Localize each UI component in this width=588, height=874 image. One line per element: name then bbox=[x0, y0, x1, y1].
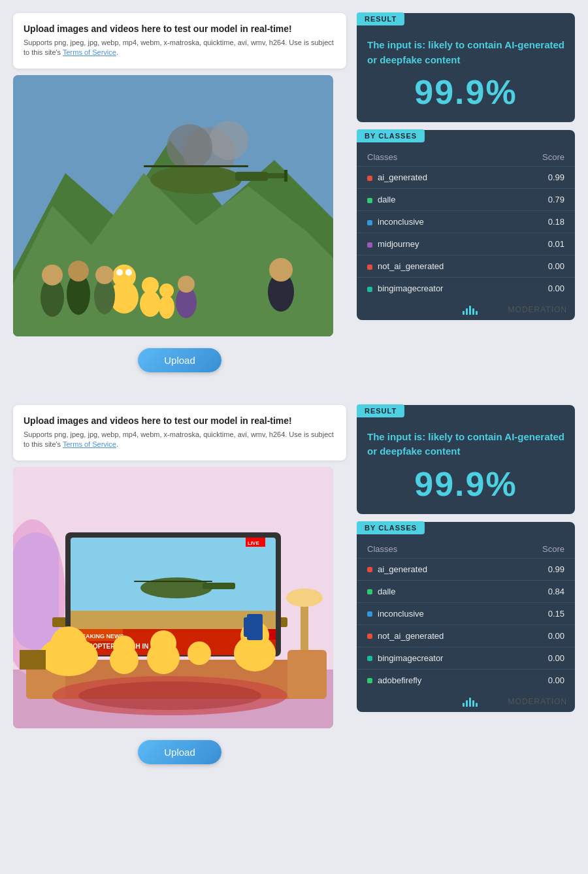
svg-rect-10 bbox=[284, 170, 287, 182]
upload-btn-container-2: Upload bbox=[13, 740, 346, 764]
table-row: not_ai_generated0.00 bbox=[357, 624, 575, 647]
svg-point-26 bbox=[178, 276, 195, 293]
class-score-cell: 0.01 bbox=[508, 233, 575, 255]
svg-rect-33 bbox=[13, 532, 59, 650]
table-row: adobefirefly0.00 bbox=[357, 669, 575, 691]
terms-link-2[interactable]: Terms of Service bbox=[63, 440, 116, 448]
table-row: bingimagecreator0.00 bbox=[357, 278, 575, 300]
class-name-cell: not_ai_generated bbox=[357, 255, 508, 278]
class-score-cell: 0.00 bbox=[508, 669, 575, 691]
hive-bars-icon bbox=[463, 304, 478, 315]
classes-box-2: BY CLASSES Classes Score ai_generated0.9… bbox=[357, 522, 575, 712]
class-color-dot bbox=[367, 634, 372, 639]
class-score-cell: 0.99 bbox=[508, 167, 575, 189]
svg-point-15 bbox=[140, 291, 161, 317]
svg-point-64 bbox=[188, 641, 211, 665]
table-row: ai_generated0.99 bbox=[357, 167, 575, 189]
col-classes-header-2: Classes bbox=[357, 540, 508, 558]
table-row: midjourney0.01 bbox=[357, 233, 575, 255]
classes-table-1: Classes Score ai_generated0.99dalle0.79i… bbox=[357, 148, 575, 299]
class-name-label: not_ai_generated bbox=[378, 261, 444, 271]
class-name-cell: bingimagecreator bbox=[357, 278, 508, 300]
svg-point-20 bbox=[42, 265, 63, 285]
uploaded-image-2: BREAKING NEWS HELICOPTER CRASH IN IRAN C… bbox=[13, 467, 333, 728]
class-name-label: bingimagecreator bbox=[378, 283, 443, 293]
class-score-cell: 0.00 bbox=[508, 255, 575, 278]
svg-point-28 bbox=[269, 258, 293, 282]
svg-point-39 bbox=[140, 577, 212, 598]
class-color-dot bbox=[367, 656, 372, 661]
class-name-cell: dalle bbox=[357, 580, 508, 602]
hive-moderation-1: MODERATION bbox=[508, 305, 567, 314]
left-col-2: Upload images and videos here to test ou… bbox=[13, 405, 346, 764]
class-name-label: ai_generated bbox=[378, 564, 427, 574]
upload-subtitle-2: Supports png, jpeg, jpg, webp, mp4, webm… bbox=[24, 430, 336, 450]
upload-btn-container-1: Upload bbox=[13, 348, 346, 372]
svg-point-16 bbox=[142, 277, 159, 294]
svg-point-24 bbox=[95, 266, 114, 284]
class-color-dot bbox=[367, 220, 372, 225]
svg-rect-41 bbox=[134, 581, 212, 582]
class-color-dot bbox=[367, 589, 372, 594]
svg-point-12 bbox=[112, 265, 136, 288]
class-name-cell: bingimagecreator bbox=[357, 647, 508, 669]
classes-table-2: Classes Score ai_generated0.99dalle0.84i… bbox=[357, 540, 575, 691]
class-name-label: dalle bbox=[378, 195, 395, 204]
hive-logo-1: HIVE MODERATION bbox=[463, 304, 567, 315]
class-name-cell: inconclusive bbox=[357, 602, 508, 624]
class-color-dot bbox=[367, 287, 372, 292]
class-name-cell: ai_generated bbox=[357, 167, 508, 189]
upload-button-2[interactable]: Upload bbox=[138, 740, 221, 764]
result-box-1: RESULT The input is: likely to contain A… bbox=[357, 13, 575, 122]
class-name-cell: midjourney bbox=[357, 233, 508, 255]
class-color-dot bbox=[367, 265, 372, 270]
right-col-2: RESULT The input is: likely to contain A… bbox=[357, 405, 575, 764]
class-color-dot bbox=[367, 176, 372, 181]
svg-point-6 bbox=[150, 165, 242, 194]
terms-link-1[interactable]: Terms of Service bbox=[63, 48, 116, 56]
classes-tag-1: BY CLASSES bbox=[357, 129, 425, 142]
panel-1: Upload images and videos here to test ou… bbox=[0, 0, 588, 385]
class-name-label: midjourney bbox=[378, 239, 419, 249]
class-score-cell: 0.79 bbox=[508, 189, 575, 211]
table-row: dalle0.79 bbox=[357, 189, 575, 211]
svg-point-13 bbox=[116, 269, 123, 276]
class-color-dot bbox=[367, 611, 372, 617]
upload-box-2: Upload images and videos here to test ou… bbox=[13, 405, 346, 461]
upload-title-1: Upload images and videos here to test ou… bbox=[24, 24, 336, 34]
result-percent-2: 99.9% bbox=[367, 464, 564, 504]
svg-rect-52 bbox=[287, 650, 327, 699]
svg-point-63 bbox=[113, 636, 135, 658]
class-score-cell: 0.00 bbox=[508, 647, 575, 669]
hive-logo-2: HIVE MODERATION bbox=[463, 696, 567, 707]
table-row: dalle0.84 bbox=[357, 580, 575, 602]
class-score-cell: 0.18 bbox=[508, 211, 575, 233]
classes-box-1: BY CLASSES Classes Score ai_generated0.9… bbox=[357, 130, 575, 320]
class-name-cell: not_ai_generated bbox=[357, 624, 508, 647]
table-row: inconclusive0.18 bbox=[357, 211, 575, 233]
panel-2: Upload images and videos here to test ou… bbox=[0, 392, 588, 777]
hive-name-2: HIVE bbox=[481, 696, 505, 707]
table-row: ai_generated0.99 bbox=[357, 558, 575, 580]
upload-button-1[interactable]: Upload bbox=[138, 348, 221, 372]
class-score-cell: 0.99 bbox=[508, 558, 575, 580]
class-score-cell: 0.00 bbox=[508, 624, 575, 647]
svg-point-22 bbox=[68, 261, 89, 282]
col-classes-header-1: Classes bbox=[357, 148, 508, 167]
class-color-dot bbox=[367, 198, 372, 203]
hive-footer-1: HIVE MODERATION bbox=[357, 299, 575, 320]
table-row: inconclusive0.15 bbox=[357, 602, 575, 624]
svg-rect-8 bbox=[144, 165, 248, 167]
class-color-dot bbox=[367, 678, 372, 683]
svg-rect-59 bbox=[255, 617, 262, 637]
upload-subtitle-1: Supports png, jpeg, jpg, webp, mp4, webm… bbox=[24, 38, 336, 58]
col-score-header-1: Score bbox=[508, 148, 575, 167]
class-name-cell: adobefirefly bbox=[357, 669, 508, 691]
table-row: not_ai_generated0.00 bbox=[357, 255, 575, 278]
svg-rect-9 bbox=[235, 173, 287, 178]
left-col-1: Upload images and videos here to test ou… bbox=[13, 13, 346, 372]
svg-rect-58 bbox=[244, 617, 250, 637]
svg-point-14 bbox=[125, 269, 132, 276]
class-color-dot bbox=[367, 567, 372, 572]
class-name-label: not_ai_generated bbox=[378, 631, 444, 641]
